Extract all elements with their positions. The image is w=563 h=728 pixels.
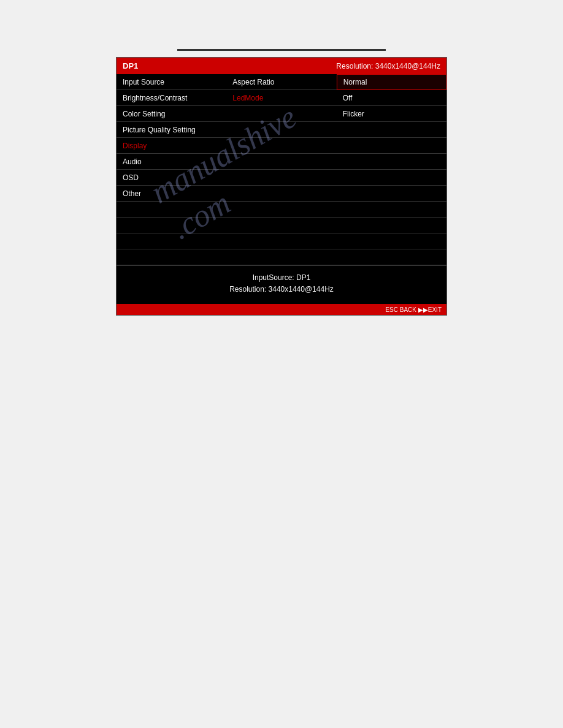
menu-item-col2-6 [226,170,336,186]
menu-item-col1-7[interactable]: Other [117,186,226,202]
menu-item-col3-6 [337,170,446,186]
menu-item-col2-4 [226,138,336,154]
menu-item-col2-3 [226,122,336,138]
osd-bottom-bar: ESC BACK ▶▶EXIT [117,304,446,315]
menu-item-col3-0[interactable]: Normal [337,74,446,90]
menu-item-col1-8 [117,202,226,218]
menu-item-col3-3 [337,122,446,138]
menu-item-col3-10 [337,233,446,249]
osd-source-label: DP1 [123,61,138,70]
menu-item-col3-9 [337,218,446,233]
menu-item-col2-5 [226,154,336,170]
osd-footer: InputSource: DP1 Resolution: 3440x1440@1… [117,265,446,304]
menu-item-col2-7 [226,186,336,202]
osd-col-2: Aspect RatioLedMode [226,74,336,265]
menu-item-col3-11 [337,249,446,265]
osd-header: DP1 Resolution: 3440x1440@144Hz [117,58,446,74]
osd-footer-line1: InputSource: DP1 [253,272,311,284]
osd-resolution-label: Resolution: 3440x1440@144Hz [336,62,440,70]
menu-item-col1-11 [117,249,226,265]
menu-item-col1-2[interactable]: Color Setting [117,106,226,122]
osd-window: DP1 Resolution: 3440x1440@144Hz Input So… [116,57,447,316]
page-title-bar [177,49,386,51]
osd-col-1: Input SourceBrightness/ContrastColor Set… [117,74,226,265]
menu-item-col2-2 [226,106,336,122]
menu-item-col1-4[interactable]: Display [117,138,226,154]
osd-menu-body: Input SourceBrightness/ContrastColor Set… [117,74,446,265]
menu-item-col1-10 [117,233,226,249]
menu-item-col2-0[interactable]: Aspect Ratio [226,74,336,90]
menu-item-col3-1[interactable]: Off [337,90,446,106]
menu-item-col2-10 [226,233,336,249]
menu-item-col1-5[interactable]: Audio [117,154,226,170]
osd-nav-hint: ESC BACK ▶▶EXIT [385,306,442,313]
menu-item-col3-8 [337,202,446,218]
menu-item-col1-0[interactable]: Input Source [117,74,226,90]
menu-item-col1-6[interactable]: OSD [117,170,226,186]
menu-item-col1-9 [117,218,226,233]
menu-item-col2-8 [226,202,336,218]
osd-col-3: NormalOffFlicker [337,74,446,265]
menu-item-col3-5 [337,154,446,170]
menu-item-col2-9 [226,218,336,233]
menu-item-col1-1[interactable]: Brightness/Contrast [117,90,226,106]
menu-item-col2-1[interactable]: LedMode [226,90,336,106]
menu-item-col3-2[interactable]: Flicker [337,106,446,122]
menu-item-col2-11 [226,249,336,265]
menu-item-col3-4 [337,138,446,154]
menu-item-col3-7 [337,186,446,202]
menu-item-col1-3[interactable]: Picture Quality Setting [117,122,226,138]
osd-footer-line2: Resolution: 3440x1440@144Hz [229,284,334,295]
